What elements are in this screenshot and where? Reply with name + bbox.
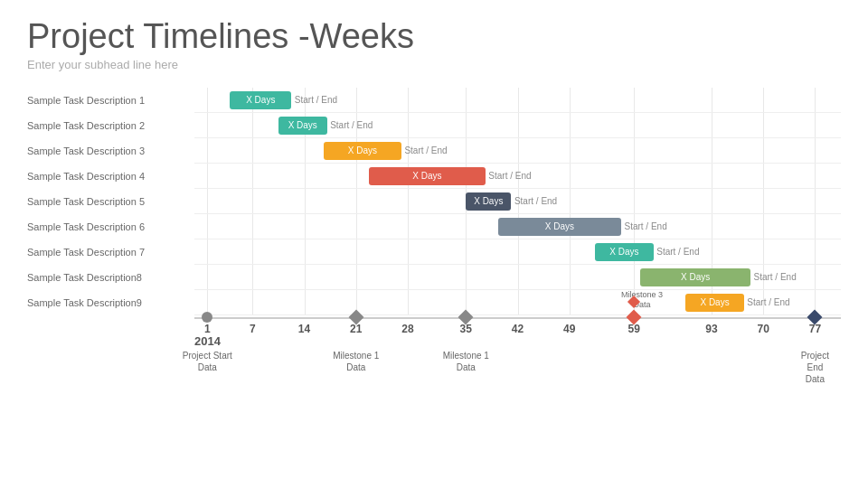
start-end-label: Start / End <box>753 272 796 282</box>
start-end-label: Start / End <box>747 297 789 307</box>
gantt-row: X DaysStart / End <box>194 265 841 290</box>
gantt-row: X DaysStart / End <box>194 189 841 214</box>
page-title: Project Timelines -Weeks <box>27 18 841 56</box>
axis-week-tick: 7 <box>250 323 256 335</box>
task-label: Sample Task Description 7 <box>27 239 194 265</box>
gantt-rows: X DaysStart / EndX DaysStart / EndX Days… <box>194 88 841 315</box>
project-start-marker <box>202 312 212 323</box>
gantt-row: Milestone 3DataX DaysStart / End <box>194 290 841 315</box>
start-end-label: Start / End <box>330 120 373 130</box>
axis-week-tick: 93 <box>705 323 717 335</box>
axis-week-tick: 14 <box>298 323 310 335</box>
axis-week-tick: 42 <box>512 323 524 335</box>
gantt-row: X DaysStart / End <box>194 164 841 189</box>
gantt-chart: X DaysStart / EndX DaysStart / EndX Days… <box>194 88 841 382</box>
axis-week-tick: 49 <box>563 323 575 335</box>
start-end-label: Start / End <box>624 221 666 231</box>
start-end-label: Start / End <box>488 171 531 181</box>
gantt-bar: X Days <box>685 294 743 312</box>
milestone-labels-row: Project StartDataMilestone 1DataMileston… <box>194 346 841 382</box>
gantt-bar: X Days <box>230 91 291 109</box>
gantt-row: X DaysStart / End <box>194 88 841 113</box>
gantt-bar: X Days <box>498 218 621 236</box>
gantt-row: X DaysStart / End <box>194 138 841 164</box>
start-end-label: Start / End <box>656 247 699 257</box>
gantt-bar: X Days <box>466 192 511 211</box>
task-label: Sample Task Description 2 <box>27 113 194 138</box>
task-label: Sample Task Description9 <box>27 290 194 315</box>
milestone-axis-label: Project StartData <box>183 350 232 373</box>
milestone-axis-label: Milestone 1Data <box>443 350 489 373</box>
chart-area: Sample Task Description 1Sample Task Des… <box>27 88 841 382</box>
milestone-axis-label: Milestone 1Data <box>333 350 379 373</box>
milestone-axis-label: Project EndData <box>801 350 829 385</box>
task-label: Sample Task Description 3 <box>27 138 194 164</box>
task-label: Sample Task Description 1 <box>27 88 194 113</box>
gantt-row: X DaysStart / End <box>194 113 841 138</box>
axis-week-tick: 28 <box>401 323 413 335</box>
gantt-row: X DaysStart / End <box>194 214 841 239</box>
page: Project Timelines -Weeks Enter your subh… <box>0 0 868 488</box>
milestone-inline-label: Milestone 3Data <box>621 290 663 310</box>
gantt-bar: X Days <box>369 167 486 185</box>
year-label: 2014 <box>194 334 221 348</box>
axis-line <box>194 317 841 319</box>
gantt-bar: X Days <box>324 142 401 160</box>
start-end-label: Start / End <box>514 196 557 206</box>
task-label: Sample Task Description 5 <box>27 189 194 214</box>
page-subtitle: Enter your subhead line here <box>27 58 841 71</box>
task-label: Sample Task Description 4 <box>27 164 194 189</box>
axis-container: 1714212835424959937077 <box>194 317 841 346</box>
task-labels: Sample Task Description 1Sample Task Des… <box>27 88 194 382</box>
gantt-bar: X Days <box>595 243 653 261</box>
gantt-bar: X Days <box>640 268 750 286</box>
start-end-label: Start / End <box>295 95 337 105</box>
gantt-row: X DaysStart / End <box>194 239 841 265</box>
gantt-bar: X Days <box>278 117 327 135</box>
axis-week-tick: 70 <box>758 323 769 335</box>
axis-week-tick: 1 <box>204 323 211 335</box>
task-label: Sample Task Description 6 <box>27 214 194 239</box>
task-label: Sample Task Description8 <box>27 265 194 290</box>
start-end-label: Start / End <box>404 145 447 155</box>
